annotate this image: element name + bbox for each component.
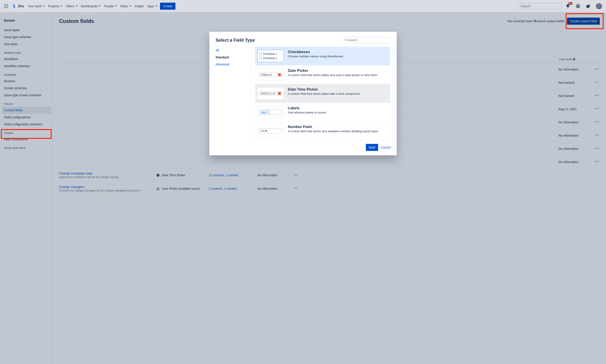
nav-filters[interactable]: Filters bbox=[64, 3, 79, 9]
more-icon bbox=[294, 173, 298, 177]
nav-plans[interactable]: Plans bbox=[118, 3, 133, 9]
sidebar-item-sub-tasks[interactable]: Sub-tasks bbox=[2, 40, 51, 48]
row-actions-button[interactable] bbox=[594, 79, 600, 86]
more-icon bbox=[594, 133, 599, 137]
field-last-used: No information bbox=[558, 160, 589, 164]
select-field-type-modal: Select a Field Type AllStandardAdvanced … bbox=[209, 32, 397, 155]
sidebar-item-custom-fields[interactable]: Custom fields bbox=[2, 107, 51, 114]
nav-your-work[interactable]: Your work bbox=[26, 3, 46, 9]
field-type-preview: 13.34 bbox=[258, 125, 284, 137]
more-icon bbox=[594, 146, 599, 151]
svg-rect-0 bbox=[4, 4, 5, 5]
profile-button[interactable] bbox=[594, 2, 603, 11]
top-nav: Jira Your workProjectsFiltersDashboardsP… bbox=[0, 0, 606, 12]
row-actions-button[interactable] bbox=[594, 145, 600, 152]
row-actions-button[interactable] bbox=[594, 92, 600, 99]
svg-point-31 bbox=[596, 135, 597, 135]
svg-point-30 bbox=[595, 135, 596, 135]
category-all[interactable]: All bbox=[216, 49, 249, 52]
field-screens-link[interactable]: 2 screens, 1 context bbox=[209, 187, 253, 190]
field-type-name: Checkboxes bbox=[288, 50, 388, 54]
svg-point-36 bbox=[595, 161, 596, 162]
next-button[interactable]: Next bbox=[366, 144, 378, 151]
field-last-used: No information bbox=[558, 120, 589, 124]
field-type-name: Number Field bbox=[288, 125, 388, 129]
field-type-date-picker[interactable]: 23/May/13Date PickerA custom field that … bbox=[255, 65, 390, 84]
svg-point-48 bbox=[345, 39, 347, 41]
people-icon bbox=[156, 187, 160, 191]
create-custom-field-button[interactable]: Create custom field bbox=[567, 18, 600, 25]
field-name-link[interactable]: Change managers bbox=[59, 185, 152, 189]
sidebar-item-screen-schemes[interactable]: Screen schemes bbox=[2, 85, 51, 92]
row-actions-button[interactable] bbox=[594, 119, 600, 126]
svg-point-40 bbox=[294, 174, 295, 175]
sidebar-item-issue-types[interactable]: Issue types bbox=[2, 26, 51, 34]
row-actions-button[interactable] bbox=[594, 66, 600, 73]
sidebar-item-data-connections[interactable]: Data connections bbox=[2, 136, 51, 143]
sidebar-group-header: WORKFLOWS bbox=[2, 48, 51, 55]
chevron-down-icon bbox=[61, 5, 62, 7]
field-type-labels[interactable]: label ×LabelsAdd arbitrary labels to iss… bbox=[255, 103, 390, 122]
field-type-preview: label × bbox=[258, 106, 284, 118]
avatar bbox=[596, 3, 602, 9]
sidebar-item-workflows[interactable]: Workflows bbox=[2, 55, 51, 63]
nav-dashboards[interactable]: Dashboards bbox=[79, 3, 103, 9]
row-actions-button[interactable] bbox=[594, 132, 600, 139]
modal-search-input[interactable] bbox=[348, 38, 388, 42]
modal-search[interactable] bbox=[342, 37, 390, 43]
more-icon bbox=[594, 67, 599, 71]
field-type-number-field[interactable]: 13.34Number FieldA custom field that sto… bbox=[255, 122, 390, 140]
svg-point-29 bbox=[598, 121, 598, 122]
sidebar-item-field-configurations[interactable]: Field configurations bbox=[2, 114, 51, 121]
svg-point-38 bbox=[598, 161, 598, 162]
gear-icon bbox=[586, 4, 591, 9]
nav-insight[interactable]: Insight bbox=[133, 3, 145, 9]
help-button[interactable]: ? bbox=[574, 2, 582, 10]
svg-point-26 bbox=[598, 108, 598, 109]
jira-logo[interactable]: Jira bbox=[11, 3, 25, 10]
modal-title: Select a Field Type bbox=[216, 38, 342, 43]
sidebar-item-workflow-schemes[interactable]: Workflow schemes bbox=[2, 63, 51, 70]
nav-people[interactable]: People bbox=[102, 3, 118, 9]
settings-button[interactable] bbox=[584, 2, 592, 10]
more-icon bbox=[594, 93, 599, 98]
category-standard[interactable]: Standard bbox=[216, 55, 249, 59]
cancel-button[interactable]: Cancel bbox=[381, 146, 390, 149]
app-switcher-icon[interactable] bbox=[3, 3, 10, 9]
global-search[interactable] bbox=[517, 3, 561, 9]
svg-point-44 bbox=[158, 188, 159, 189]
sidebar-item-issue-type-screen-schemes[interactable]: Issue type screen schemes bbox=[2, 92, 51, 99]
sidebar-group-header: ISSUE FEATURES bbox=[2, 143, 51, 151]
field-type-desc: A custom field that stores dates with a … bbox=[288, 92, 388, 95]
nav-projects[interactable]: Projects bbox=[46, 3, 64, 9]
field-type-checkboxes[interactable]: Checkbox 1Checkbox 2CheckboxesChoose mul… bbox=[255, 47, 390, 65]
chevron-down-icon bbox=[129, 5, 131, 7]
svg-line-10 bbox=[520, 6, 520, 6]
nav-apps[interactable]: Apps bbox=[145, 3, 159, 9]
category-advanced[interactable]: Advanced bbox=[216, 63, 249, 66]
field-type-date-time-picker[interactable]: 23/02/13 1:24Date Time PickerA custom fi… bbox=[255, 84, 390, 103]
field-screens-link[interactable]: 12 screens, 1 context bbox=[209, 173, 253, 177]
svg-point-43 bbox=[157, 187, 158, 189]
svg-rect-8 bbox=[7, 7, 8, 8]
row-actions-button[interactable] bbox=[594, 158, 600, 165]
field-type-desc: A custom field that stores dates and use… bbox=[288, 73, 388, 77]
sidebar-item-screens[interactable]: Screens bbox=[2, 78, 51, 85]
notifications-button[interactable]: 9+ bbox=[564, 2, 572, 10]
field-type-desc: Add arbitrary labels to issues. bbox=[288, 111, 388, 114]
svg-point-21 bbox=[595, 95, 596, 96]
sidebar-group-header: SCREENS bbox=[2, 70, 51, 78]
svg-point-37 bbox=[596, 161, 597, 162]
svg-point-35 bbox=[598, 148, 598, 148]
row-actions-button[interactable] bbox=[594, 105, 600, 112]
sidebar-item-issue-type-schemes[interactable]: Issue type schemes bbox=[2, 34, 51, 40]
create-button[interactable]: Create bbox=[160, 3, 175, 10]
sidebar-item-field-configuration-schemes[interactable]: Field configuration schemes bbox=[2, 121, 51, 128]
svg-line-49 bbox=[347, 40, 347, 41]
row-actions-button[interactable] bbox=[293, 172, 299, 179]
svg-rect-3 bbox=[4, 6, 5, 6]
field-last-used: Aug 11, 2021 bbox=[558, 107, 589, 111]
global-search-input[interactable] bbox=[521, 4, 559, 8]
row-actions-button[interactable] bbox=[293, 185, 299, 192]
field-name-link[interactable]: Change completion date bbox=[59, 172, 152, 175]
